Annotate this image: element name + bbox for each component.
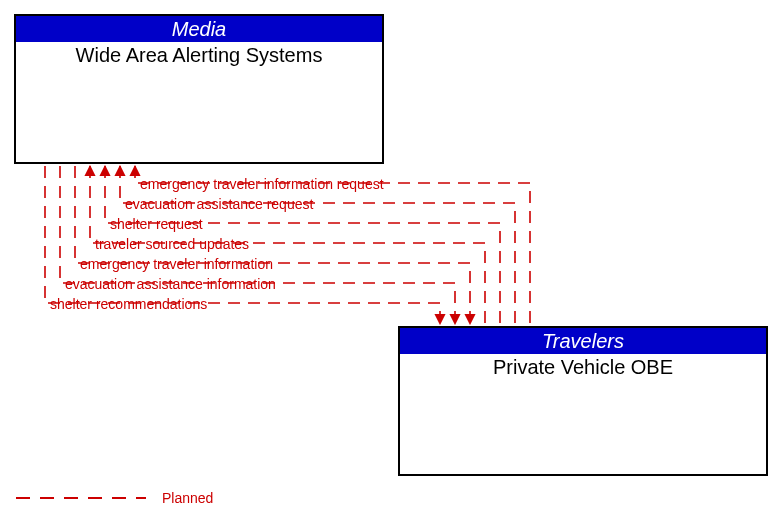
flow-label: emergency traveler information	[80, 256, 273, 272]
flow-label: shelter request	[110, 216, 203, 232]
flow-label: evacuation assistance information	[65, 276, 276, 292]
box-media-title: Wide Area Alerting Systems	[16, 42, 382, 67]
legend-planned: Planned	[16, 490, 213, 506]
box-travelers-title: Private Vehicle OBE	[400, 354, 766, 379]
box-travelers: Travelers Private Vehicle OBE	[398, 326, 768, 476]
flow-label: evacuation assistance request	[125, 196, 313, 212]
box-media: Media Wide Area Alerting Systems	[14, 14, 384, 164]
flow-label: emergency traveler information request	[140, 176, 384, 192]
flow-label: shelter recommendations	[50, 296, 207, 312]
legend-planned-label: Planned	[162, 490, 213, 506]
box-media-header: Media	[16, 16, 382, 42]
flow-label: traveler sourced updates	[95, 236, 249, 252]
box-travelers-header: Travelers	[400, 328, 766, 354]
